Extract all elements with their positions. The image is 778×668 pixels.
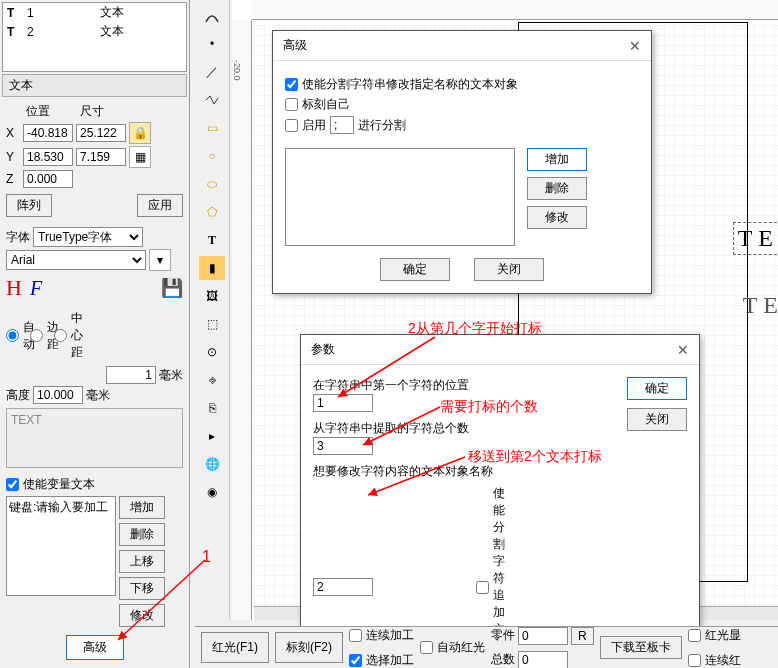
spiral-icon[interactable]: ◉ — [199, 480, 225, 504]
curve-icon[interactable] — [199, 4, 225, 28]
var-text-check[interactable]: 使能变量文本 — [6, 476, 183, 493]
parts-label: 零件 — [491, 627, 515, 644]
height-input[interactable] — [33, 386, 83, 404]
close-icon[interactable]: ✕ — [629, 38, 641, 54]
up-button[interactable]: 上移 — [119, 550, 165, 573]
rect-icon[interactable]: ▭ — [199, 116, 225, 140]
panel-title: 文本 — [2, 74, 187, 97]
vector-icon[interactable]: ⬚ — [199, 312, 225, 336]
polygon-icon[interactable]: ⬠ — [199, 200, 225, 224]
r-button[interactable]: R — [571, 627, 594, 645]
enable-sep-check[interactable]: 启用 进行分割 — [285, 116, 639, 134]
text-tool-icon[interactable]: T — [199, 228, 225, 252]
param-dialog: 参数 ✕ 在字符串中第一个字符的位置 从字符串中提取的字符总个数 想要修改字符内… — [300, 334, 700, 668]
dialog-title: 参数 — [311, 341, 335, 358]
red-light-button[interactable]: 红光(F1) — [201, 632, 269, 663]
size-header: 尺寸 — [80, 103, 104, 120]
close-icon[interactable]: ✕ — [677, 342, 689, 358]
height-label: 高度 — [6, 387, 30, 404]
font-name-select[interactable]: Arial — [6, 250, 146, 270]
w-input[interactable] — [76, 124, 126, 142]
dlg-close-button[interactable]: 关闭 — [474, 258, 544, 281]
mode-val-input[interactable] — [106, 366, 156, 384]
y-label: Y — [6, 150, 20, 164]
list-item[interactable]: T 1 文本 — [3, 3, 186, 22]
item-type: 文本 — [100, 23, 124, 40]
font-type-select[interactable]: TrueType字体 — [33, 227, 143, 247]
object-list[interactable]: T 1 文本 T 2 文本 — [2, 2, 187, 72]
var-list[interactable]: 键盘:请输入要加工 — [6, 496, 116, 596]
ellipse-icon[interactable]: ⬭ — [199, 172, 225, 196]
mark-self-check[interactable]: 标刻自己 — [285, 96, 639, 113]
mode-unit: 毫米 — [159, 367, 183, 384]
dlg-ok-button[interactable]: 确定 — [380, 258, 450, 281]
total-label: 总数 — [491, 651, 515, 668]
dot-icon[interactable]: • — [199, 32, 225, 56]
image-icon[interactable]: 🖼 — [199, 284, 225, 308]
h-style-icon[interactable]: H — [6, 275, 22, 301]
pos-header: 位置 — [26, 103, 50, 120]
sep-input[interactable] — [330, 116, 354, 134]
advanced-dialog: 高级 ✕ 使能分割字符串修改指定名称的文本对象 标刻自己 启用 进行分割 增加 … — [272, 30, 652, 294]
array-button[interactable]: 阵列 — [6, 194, 52, 217]
circle-icon[interactable]: ○ — [199, 144, 225, 168]
x-input[interactable] — [23, 124, 73, 142]
font-label: 字体 — [6, 229, 30, 246]
lock-icon[interactable]: 🔒 — [129, 122, 151, 144]
line-icon[interactable]: ／ — [199, 60, 225, 84]
mod-button[interactable]: 修改 — [119, 604, 165, 627]
param3-label: 想要修改字符内容的文本对象名称 — [313, 463, 687, 480]
font-opts-icon[interactable]: ▾ — [149, 249, 171, 271]
output-icon[interactable]: ⎘ — [199, 396, 225, 420]
mark-button[interactable]: 标刻(F2) — [275, 632, 343, 663]
redlight-check[interactable]: 红光显 — [688, 627, 741, 644]
param-ok-button[interactable]: 确定 — [627, 377, 687, 400]
input-icon[interactable]: ⎆ — [199, 368, 225, 392]
param3-input[interactable] — [313, 578, 373, 596]
del-button[interactable]: 删除 — [119, 523, 165, 546]
dlg-add-button[interactable]: 增加 — [527, 148, 587, 171]
down-button[interactable]: 下移 — [119, 577, 165, 600]
ruler-horizontal — [252, 0, 778, 20]
continuous-check[interactable]: 连续加工 — [349, 627, 414, 644]
add-button[interactable]: 增加 — [119, 496, 165, 519]
f-style-icon[interactable]: F — [30, 277, 42, 300]
advanced-button[interactable]: 高级 — [66, 635, 124, 660]
select-check[interactable]: 选择加工 — [349, 652, 414, 669]
download-button[interactable]: 下载至板卡 — [600, 636, 682, 659]
total-input[interactable] — [518, 651, 568, 669]
height-unit: 毫米 — [86, 387, 110, 404]
barcode-icon[interactable]: ▮ — [199, 256, 225, 280]
z-input[interactable] — [23, 170, 73, 188]
param1-input[interactable] — [313, 394, 373, 412]
dlg-del-button[interactable]: 删除 — [527, 177, 587, 200]
bottom-toolbar: 红光(F1) 标刻(F2) 连续加工 选择加工 自动红光 零件R 总数 下载至板… — [195, 626, 778, 668]
autored-check[interactable]: 自动红光 — [420, 639, 485, 656]
enable-split-check[interactable]: 使能分割字符串修改指定名称的文本对象 — [285, 76, 639, 93]
grid-icon[interactable]: ▦ — [129, 146, 151, 168]
margin-radio[interactable]: 边距 — [30, 319, 44, 353]
extend-icon[interactable]: ▸ — [199, 424, 225, 448]
h-input[interactable] — [76, 148, 126, 166]
param2-input[interactable] — [313, 437, 373, 455]
globe-icon[interactable]: 🌐 — [199, 452, 225, 476]
y-input[interactable] — [23, 148, 73, 166]
item-index: 1 — [27, 6, 34, 20]
path-icon[interactable] — [199, 88, 225, 112]
save-icon[interactable]: 💾 — [161, 277, 183, 299]
canvas-text-2[interactable]: TEXT — [743, 292, 778, 319]
timer-icon[interactable]: ⊙ — [199, 340, 225, 364]
dlg-mod-button[interactable]: 修改 — [527, 206, 587, 229]
parts-input[interactable] — [518, 627, 568, 645]
split-list[interactable] — [285, 148, 515, 246]
param-close-button[interactable]: 关闭 — [627, 408, 687, 431]
text-icon: T — [7, 6, 21, 20]
text-icon: T — [7, 25, 21, 39]
canvas-text-1[interactable]: TEXT — [733, 222, 778, 255]
auto-radio[interactable]: 自动 — [6, 319, 20, 353]
continue-check[interactable]: 连续红 — [688, 652, 741, 669]
apply-button[interactable]: 应用 — [137, 194, 183, 217]
center-radio[interactable]: 中心距 — [54, 310, 68, 361]
x-label: X — [6, 126, 20, 140]
list-item[interactable]: T 2 文本 — [3, 22, 186, 41]
